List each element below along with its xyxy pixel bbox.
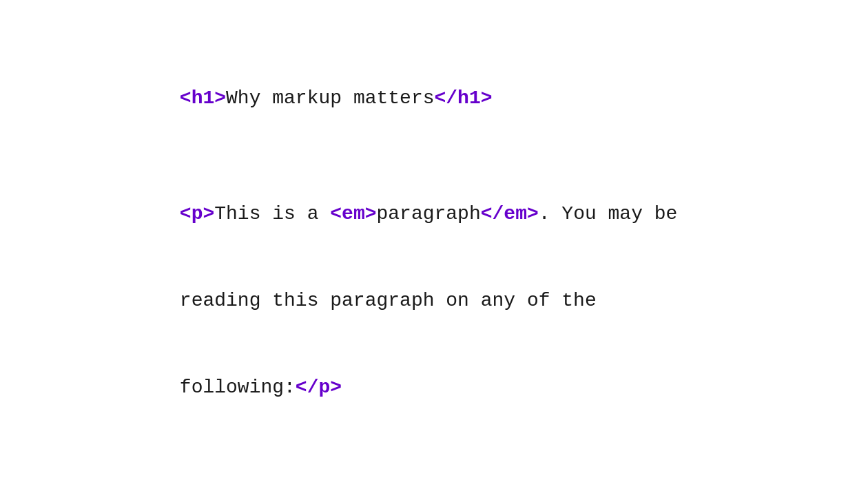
p-text4: following: [180, 377, 296, 398]
p-open-tag: <p> [180, 203, 214, 224]
ul-open-line: <ul> [110, 460, 758, 482]
h1-line: <h1>Why markup matters</h1> [110, 55, 758, 142]
blank-2 [110, 431, 758, 460]
p-line-2: reading this paragraph on any of the [110, 258, 758, 344]
p-close-tag: </p> [296, 377, 342, 398]
p-text2: . You may be [539, 203, 678, 224]
code-display: <h1>Why markup matters</h1> <p>This is a… [110, 55, 758, 482]
p-line-3: following:</p> [110, 344, 758, 431]
p-text3: reading this paragraph on any of the [180, 290, 597, 311]
h1-open-tag: <h1> [180, 87, 226, 109]
h1-text: Why markup matters [226, 87, 434, 109]
main-content: <h1>Why markup matters</h1> <p>This is a… [0, 0, 868, 482]
p-text1: This is a [214, 203, 330, 224]
em-close-tag: </em> [481, 203, 539, 224]
blank-1 [110, 142, 758, 171]
p-line-1: <p>This is a <em>paragraph</em>. You may… [110, 171, 758, 258]
em-open-tag: <em> [330, 203, 376, 224]
h1-close-tag: </h1> [435, 87, 493, 109]
em-text: paragraph [377, 203, 481, 224]
